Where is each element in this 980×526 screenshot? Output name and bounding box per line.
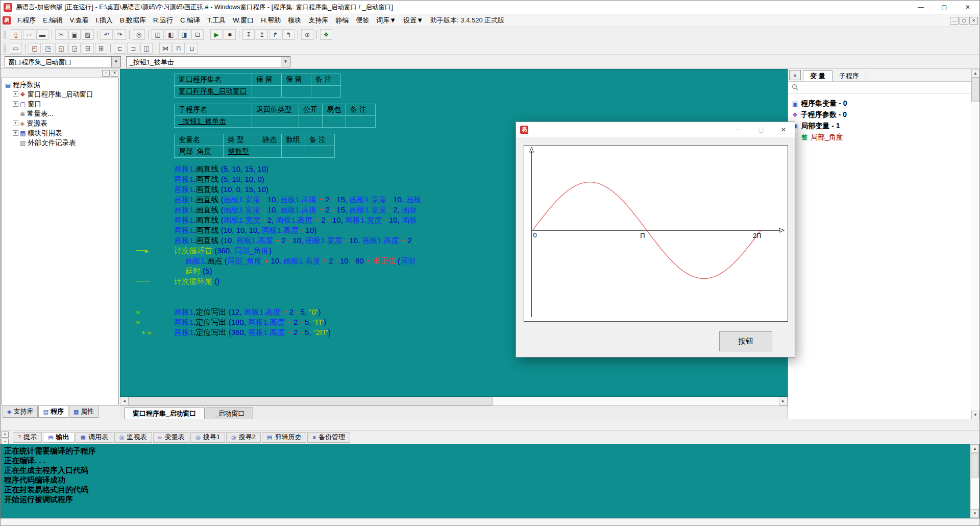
menu-item[interactable]: 模块 [284,16,305,25]
redo-button-icon[interactable]: ↷ [114,29,126,40]
pane-float-button[interactable]: ▫ [102,70,110,77]
program-button[interactable]: 按钮 [719,331,772,351]
chevron-down-icon[interactable]: ▼ [281,57,290,67]
paste-button-icon[interactable]: ▨ [82,29,94,40]
menu-item[interactable]: I.插入 [92,16,116,25]
menu-item[interactable]: B.数据库 [116,16,150,25]
menu-item[interactable]: 设置▼ [400,16,427,25]
tab-order-button-icon[interactable]: ⊔ [186,43,198,54]
tab-variables[interactable]: 变 量 [803,70,832,81]
fw-minimize-button[interactable]: — [727,122,750,137]
align-left-button-icon[interactable]: ◰ [29,43,41,54]
grid-button-icon[interactable]: ▭ [10,43,22,54]
vscroll-thumb[interactable] [971,78,979,102]
code-tab-program-set[interactable]: 窗口程序集_启动窗口 [124,408,205,419]
maximize-button[interactable]: ▢ [933,1,956,14]
same-size-button-icon[interactable]: ◫ [140,43,153,54]
mdi-close-button[interactable]: ✕ [969,17,978,25]
tree-item-windows[interactable]: +▢窗口 [2,99,118,109]
vscroll-thumb[interactable] [971,453,979,477]
menu-item[interactable]: 支持库 [305,16,332,25]
new-file-button-icon[interactable]: ▯ [10,29,22,40]
view-workspace-button-icon[interactable]: ◫ [152,29,164,40]
tree-item-local-variables[interactable]: ▣局部变量 - 1 [788,121,971,132]
expand-icon[interactable]: + [13,121,18,126]
table-cell[interactable]: 局部_角度 [175,146,224,158]
menu-item[interactable]: 静编 [332,16,352,25]
tree-item-window-program-set[interactable]: +❖窗口程序集_启动窗口 [2,89,118,99]
tree-item-local-angle[interactable]: 整局部_角度 [788,132,971,143]
fw-close-button[interactable]: ✕ [772,122,795,137]
menu-item[interactable]: W.窗口 [229,16,257,25]
expand-icon[interactable]: + [13,130,18,136]
pane-close-button[interactable]: ✕ [111,70,118,77]
panel-collapse-button[interactable]: » [789,70,801,80]
hscroll-thumb[interactable] [129,397,493,405]
mdi-minimize-button[interactable]: — [950,17,959,25]
program-window[interactable]: 易 —▢✕ 0 Π 2Π 按钮 [516,122,795,357]
variables-search[interactable] [788,82,971,94]
find-button-icon[interactable]: ◎ [133,29,145,40]
menu-item[interactable]: R.运行 [150,16,177,25]
step-into-button-icon[interactable]: ↧ [242,29,255,40]
scroll-up-arrow[interactable]: ▲ [971,444,979,453]
tree-item-assembly-variables[interactable]: ▣程序集变量 - 0 [788,98,971,109]
debug-run-button-icon[interactable]: ❖ [320,29,332,40]
tree-item-module-refs[interactable]: +▦模块引用表 [2,128,118,138]
expand-icon[interactable]: + [13,91,18,97]
align-top-button-icon[interactable]: ◱ [55,43,67,54]
same-height-button-icon[interactable]: ⊐ [127,43,139,54]
scroll-down-arrow[interactable]: ▼ [971,411,979,419]
center-horizontal-button-icon[interactable]: ⊟ [82,43,94,54]
save-button-icon[interactable]: ▬ [36,29,48,40]
scroll-right-arrow[interactable]: ► [779,397,788,405]
hscroll-track[interactable] [129,397,779,405]
vscroll-track[interactable] [971,453,979,509]
menu-item[interactable]: F.程序 [14,16,39,25]
tab-properties[interactable]: ▦属性 [69,406,99,418]
center-vertical-button-icon[interactable]: ⊞ [95,43,107,54]
expand-icon[interactable]: + [13,101,18,107]
output-close-button[interactable]: ✕ [2,432,9,438]
tab-backup-manager[interactable]: ≡备份管理 [307,432,350,443]
step-over-button-icon[interactable]: ↥ [256,29,268,40]
menu-item[interactable]: 词库▼ [373,16,400,25]
scroll-left-arrow[interactable]: ◄ [120,397,129,405]
project-tree[interactable]: ▤程序数据+❖窗口程序集_启动窗口+▢窗口≣常量表...+◈资源表+▦模块引用表… [2,78,119,405]
view-properties-button-icon[interactable]: ◨ [178,29,190,40]
view-toolbox-button-icon[interactable]: ⊟ [191,29,204,40]
space-horizontal-button-icon[interactable]: ⋈ [159,43,172,54]
tab-clip-history[interactable]: ▤剪辑历史 [262,432,306,443]
step-out-button-icon[interactable]: ↱ [269,29,281,40]
program-window-titlebar[interactable]: 易 —▢✕ [516,122,795,137]
undo-button-icon[interactable]: ↶ [101,29,113,40]
pause-button-icon[interactable]: ⊕ [301,29,313,40]
scroll-up-arrow[interactable]: ▲ [971,69,979,78]
cut-button-icon[interactable]: ✂ [55,29,67,40]
chevron-down-icon[interactable]: ▼ [111,57,120,67]
vscroll-track[interactable] [971,78,979,411]
program-unit-select[interactable]: 窗口程序集_启动窗口 ▼ [5,56,121,67]
tab-output[interactable]: ▤输出 [43,432,74,443]
tab-support-libs[interactable]: ◈支持库 [3,406,38,418]
variables-tree[interactable]: ▣程序集变量 - 0❖子程序参数 - 0▣局部变量 - 1整局部_角度 [788,94,971,419]
run-button-icon[interactable]: ▶ [210,29,223,40]
menu-item[interactable]: 便签 [352,16,373,25]
mdi-restore-button[interactable]: ▢ [960,17,968,25]
tab-program[interactable]: ▤程序 [38,406,68,418]
menu-item[interactable]: T.工具 [204,16,229,25]
table-cell[interactable]: _按钮1_被单击 [175,116,252,128]
minimize-button[interactable]: — [909,1,933,14]
tab-search2[interactable]: ◎搜寻2 [226,432,261,443]
space-vertical-button-icon[interactable]: ⊓ [173,43,185,54]
tree-item-external-files[interactable]: ▥外部文件记录表 [2,138,118,148]
tree-item-subroutine-params[interactable]: ❖子程序参数 - 0 [788,109,971,121]
open-file-button-icon[interactable]: ▱ [23,29,35,40]
scroll-down-arrow[interactable]: ▼ [971,509,979,518]
tree-item-constants[interactable]: ≣常量表... [2,109,118,118]
tab-hints[interactable]: ?提示 [13,432,42,443]
event-handler-select[interactable]: _按钮1_被单击 ▼ [126,56,290,67]
table-cell[interactable]: 整数型 [224,146,258,158]
menu-item[interactable]: H.帮助 [257,16,284,25]
tab-search1[interactable]: ◎搜寻1 [190,432,225,443]
